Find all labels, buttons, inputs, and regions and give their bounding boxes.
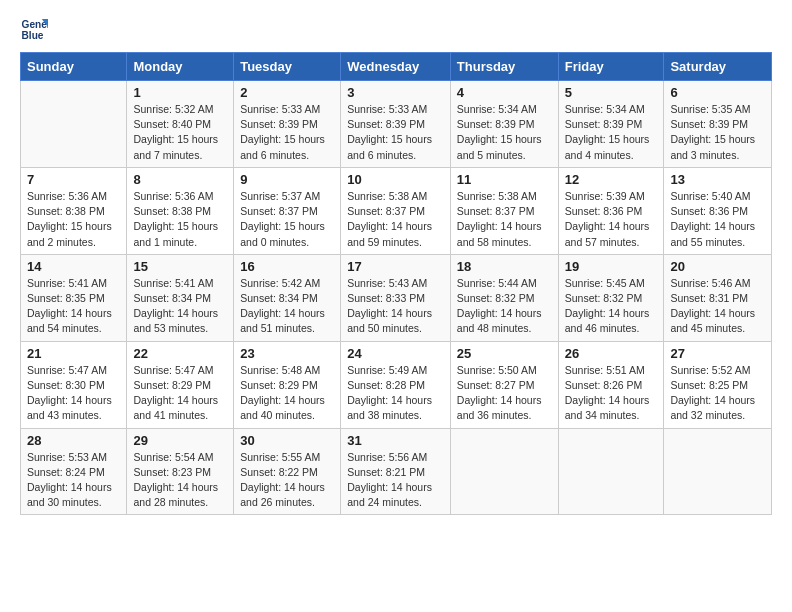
day-info: Sunrise: 5:55 AM Sunset: 8:22 PM Dayligh… [240, 450, 334, 511]
day-number: 6 [670, 85, 765, 100]
calendar-cell: 5Sunrise: 5:34 AM Sunset: 8:39 PM Daylig… [558, 81, 664, 168]
week-row-1: 1Sunrise: 5:32 AM Sunset: 8:40 PM Daylig… [21, 81, 772, 168]
day-number: 1 [133, 85, 227, 100]
day-number: 4 [457, 85, 552, 100]
day-info: Sunrise: 5:46 AM Sunset: 8:31 PM Dayligh… [670, 276, 765, 337]
day-number: 16 [240, 259, 334, 274]
day-info: Sunrise: 5:47 AM Sunset: 8:29 PM Dayligh… [133, 363, 227, 424]
day-number: 13 [670, 172, 765, 187]
day-info: Sunrise: 5:36 AM Sunset: 8:38 PM Dayligh… [27, 189, 120, 250]
day-number: 20 [670, 259, 765, 274]
day-info: Sunrise: 5:34 AM Sunset: 8:39 PM Dayligh… [565, 102, 658, 163]
day-info: Sunrise: 5:53 AM Sunset: 8:24 PM Dayligh… [27, 450, 120, 511]
calendar-cell: 24Sunrise: 5:49 AM Sunset: 8:28 PM Dayli… [341, 341, 451, 428]
weekday-header-wednesday: Wednesday [341, 53, 451, 81]
calendar-cell: 19Sunrise: 5:45 AM Sunset: 8:32 PM Dayli… [558, 254, 664, 341]
calendar-cell: 10Sunrise: 5:38 AM Sunset: 8:37 PM Dayli… [341, 167, 451, 254]
weekday-header-sunday: Sunday [21, 53, 127, 81]
day-number: 8 [133, 172, 227, 187]
day-number: 11 [457, 172, 552, 187]
calendar-cell: 31Sunrise: 5:56 AM Sunset: 8:21 PM Dayli… [341, 428, 451, 515]
day-number: 14 [27, 259, 120, 274]
day-info: Sunrise: 5:41 AM Sunset: 8:35 PM Dayligh… [27, 276, 120, 337]
day-info: Sunrise: 5:47 AM Sunset: 8:30 PM Dayligh… [27, 363, 120, 424]
day-number: 15 [133, 259, 227, 274]
week-row-4: 21Sunrise: 5:47 AM Sunset: 8:30 PM Dayli… [21, 341, 772, 428]
calendar-cell: 27Sunrise: 5:52 AM Sunset: 8:25 PM Dayli… [664, 341, 772, 428]
calendar-cell: 1Sunrise: 5:32 AM Sunset: 8:40 PM Daylig… [127, 81, 234, 168]
day-number: 19 [565, 259, 658, 274]
day-number: 23 [240, 346, 334, 361]
day-number: 21 [27, 346, 120, 361]
day-info: Sunrise: 5:36 AM Sunset: 8:38 PM Dayligh… [133, 189, 227, 250]
weekday-header-friday: Friday [558, 53, 664, 81]
calendar-cell: 8Sunrise: 5:36 AM Sunset: 8:38 PM Daylig… [127, 167, 234, 254]
day-info: Sunrise: 5:35 AM Sunset: 8:39 PM Dayligh… [670, 102, 765, 163]
calendar-cell: 11Sunrise: 5:38 AM Sunset: 8:37 PM Dayli… [450, 167, 558, 254]
day-number: 9 [240, 172, 334, 187]
day-info: Sunrise: 5:50 AM Sunset: 8:27 PM Dayligh… [457, 363, 552, 424]
day-number: 22 [133, 346, 227, 361]
calendar-cell: 12Sunrise: 5:39 AM Sunset: 8:36 PM Dayli… [558, 167, 664, 254]
weekday-header-thursday: Thursday [450, 53, 558, 81]
day-info: Sunrise: 5:39 AM Sunset: 8:36 PM Dayligh… [565, 189, 658, 250]
calendar-cell [450, 428, 558, 515]
day-number: 31 [347, 433, 444, 448]
day-info: Sunrise: 5:42 AM Sunset: 8:34 PM Dayligh… [240, 276, 334, 337]
calendar-cell: 23Sunrise: 5:48 AM Sunset: 8:29 PM Dayli… [234, 341, 341, 428]
calendar-cell: 25Sunrise: 5:50 AM Sunset: 8:27 PM Dayli… [450, 341, 558, 428]
day-number: 3 [347, 85, 444, 100]
calendar-cell: 26Sunrise: 5:51 AM Sunset: 8:26 PM Dayli… [558, 341, 664, 428]
day-number: 2 [240, 85, 334, 100]
calendar-cell: 30Sunrise: 5:55 AM Sunset: 8:22 PM Dayli… [234, 428, 341, 515]
calendar-cell [664, 428, 772, 515]
calendar-cell: 15Sunrise: 5:41 AM Sunset: 8:34 PM Dayli… [127, 254, 234, 341]
logo: General Blue [20, 16, 50, 44]
page-header: General Blue [20, 16, 772, 44]
day-number: 26 [565, 346, 658, 361]
calendar-table: SundayMondayTuesdayWednesdayThursdayFrid… [20, 52, 772, 515]
day-info: Sunrise: 5:43 AM Sunset: 8:33 PM Dayligh… [347, 276, 444, 337]
day-number: 17 [347, 259, 444, 274]
day-info: Sunrise: 5:40 AM Sunset: 8:36 PM Dayligh… [670, 189, 765, 250]
calendar-cell [21, 81, 127, 168]
calendar-cell: 13Sunrise: 5:40 AM Sunset: 8:36 PM Dayli… [664, 167, 772, 254]
day-info: Sunrise: 5:44 AM Sunset: 8:32 PM Dayligh… [457, 276, 552, 337]
day-info: Sunrise: 5:54 AM Sunset: 8:23 PM Dayligh… [133, 450, 227, 511]
day-number: 5 [565, 85, 658, 100]
day-number: 28 [27, 433, 120, 448]
day-number: 25 [457, 346, 552, 361]
weekday-header-monday: Monday [127, 53, 234, 81]
day-number: 29 [133, 433, 227, 448]
day-info: Sunrise: 5:32 AM Sunset: 8:40 PM Dayligh… [133, 102, 227, 163]
weekday-header-row: SundayMondayTuesdayWednesdayThursdayFrid… [21, 53, 772, 81]
calendar-cell: 6Sunrise: 5:35 AM Sunset: 8:39 PM Daylig… [664, 81, 772, 168]
calendar-cell: 14Sunrise: 5:41 AM Sunset: 8:35 PM Dayli… [21, 254, 127, 341]
day-info: Sunrise: 5:33 AM Sunset: 8:39 PM Dayligh… [347, 102, 444, 163]
calendar-cell: 22Sunrise: 5:47 AM Sunset: 8:29 PM Dayli… [127, 341, 234, 428]
week-row-2: 7Sunrise: 5:36 AM Sunset: 8:38 PM Daylig… [21, 167, 772, 254]
calendar-cell: 28Sunrise: 5:53 AM Sunset: 8:24 PM Dayli… [21, 428, 127, 515]
calendar-cell: 2Sunrise: 5:33 AM Sunset: 8:39 PM Daylig… [234, 81, 341, 168]
day-info: Sunrise: 5:34 AM Sunset: 8:39 PM Dayligh… [457, 102, 552, 163]
day-number: 18 [457, 259, 552, 274]
day-info: Sunrise: 5:56 AM Sunset: 8:21 PM Dayligh… [347, 450, 444, 511]
week-row-5: 28Sunrise: 5:53 AM Sunset: 8:24 PM Dayli… [21, 428, 772, 515]
day-number: 12 [565, 172, 658, 187]
calendar-cell: 21Sunrise: 5:47 AM Sunset: 8:30 PM Dayli… [21, 341, 127, 428]
day-info: Sunrise: 5:49 AM Sunset: 8:28 PM Dayligh… [347, 363, 444, 424]
calendar-cell [558, 428, 664, 515]
svg-text:Blue: Blue [22, 30, 44, 41]
calendar-cell: 18Sunrise: 5:44 AM Sunset: 8:32 PM Dayli… [450, 254, 558, 341]
day-info: Sunrise: 5:41 AM Sunset: 8:34 PM Dayligh… [133, 276, 227, 337]
day-info: Sunrise: 5:45 AM Sunset: 8:32 PM Dayligh… [565, 276, 658, 337]
logo-icon: General Blue [20, 16, 48, 44]
weekday-header-saturday: Saturday [664, 53, 772, 81]
day-info: Sunrise: 5:51 AM Sunset: 8:26 PM Dayligh… [565, 363, 658, 424]
calendar-cell: 17Sunrise: 5:43 AM Sunset: 8:33 PM Dayli… [341, 254, 451, 341]
day-info: Sunrise: 5:48 AM Sunset: 8:29 PM Dayligh… [240, 363, 334, 424]
week-row-3: 14Sunrise: 5:41 AM Sunset: 8:35 PM Dayli… [21, 254, 772, 341]
calendar-cell: 29Sunrise: 5:54 AM Sunset: 8:23 PM Dayli… [127, 428, 234, 515]
day-number: 24 [347, 346, 444, 361]
calendar-cell: 9Sunrise: 5:37 AM Sunset: 8:37 PM Daylig… [234, 167, 341, 254]
